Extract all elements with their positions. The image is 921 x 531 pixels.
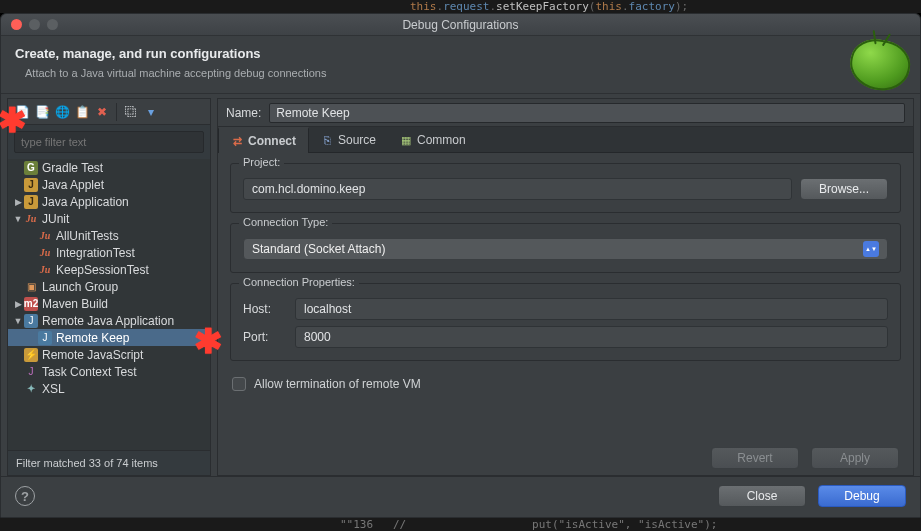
dialog-footer: ? Close Debug [1,476,920,517]
tree-integrationtest[interactable]: Ju IntegrationTest [8,244,210,261]
host-label: Host: [243,302,287,316]
connprops-group-label: Connection Properties: [239,276,359,288]
project-group-label: Project: [239,156,284,168]
dialog-header: Create, manage, and run configurations A… [1,36,920,94]
source-icon: ⎘ [321,134,333,146]
allow-termination-row[interactable]: Allow termination of remote VM [230,371,901,397]
debug-config-window: Debug Configurations Create, manage, and… [0,13,921,518]
config-tree[interactable]: G Gradle Test J Java Applet ▶J Java Appl… [8,159,210,450]
host-input[interactable] [295,298,888,320]
project-input[interactable] [243,178,792,200]
close-button[interactable]: Close [718,485,806,507]
titlebar: Debug Configurations [1,14,920,36]
window-zoom-button[interactable] [47,19,58,30]
select-stepper-icon: ▲▼ [863,241,879,257]
window-minimize-button[interactable] [29,19,40,30]
tab-connect[interactable]: ⇄ Connect [218,127,309,153]
filter-status: Filter matched 33 of 74 items [8,450,210,475]
filter-input[interactable] [14,131,204,153]
name-label: Name: [226,106,261,120]
config-toolbar: 📄 📑 🌐 📋 ✖ ⿻ ▾ [8,99,210,125]
project-group: Project: Browse... [230,163,901,213]
connection-type-group: Connection Type: Standard (Socket Attach… [230,223,901,273]
tree-remote-keep[interactable]: J Remote Keep [8,329,210,346]
connect-icon: ⇄ [231,135,243,147]
name-input[interactable] [269,103,905,123]
new-prototype-button[interactable]: 📑 [32,102,52,122]
editor-peek-bottom: ""136 // put("isActive", "isActive"); [0,518,921,531]
left-panel: 📄 📑 🌐 📋 ✖ ⿻ ▾ G Gradle Test J Java Apple… [7,98,211,476]
debug-bug-icon [845,34,914,95]
tree-launch-group[interactable]: ▣ Launch Group [8,278,210,295]
tree-java-application[interactable]: ▶J Java Application [8,193,210,210]
common-icon: ▦ [400,134,412,146]
export-button[interactable]: 🌐 [52,102,72,122]
tree-maven-build[interactable]: ▶m2 Maven Build [8,295,210,312]
allow-termination-checkbox[interactable] [232,377,246,391]
dialog-subtitle: Attach to a Java virtual machine accepti… [15,67,906,79]
tree-allunittests[interactable]: Ju AllUnitTests [8,227,210,244]
window-close-button[interactable] [11,19,22,30]
allow-termination-label: Allow termination of remote VM [254,377,421,391]
help-button[interactable]: ? [15,486,35,506]
config-tabs: ⇄ Connect ⎘ Source ▦ Common [218,127,913,153]
right-panel: Name: ⇄ Connect ⎘ Source ▦ Common [217,98,914,476]
toolbar-separator [116,103,117,121]
revert-button[interactable]: Revert [711,447,799,469]
collapse-all-button[interactable]: ⿻ [121,102,141,122]
debug-button[interactable]: Debug [818,485,906,507]
tree-remote-js[interactable]: ⚡ Remote JavaScript [8,346,210,363]
tree-java-applet[interactable]: J Java Applet [8,176,210,193]
connection-type-select[interactable]: Standard (Socket Attach) ▲▼ [243,238,888,260]
tree-task-context-test[interactable]: J Task Context Test [8,363,210,380]
port-input[interactable] [295,326,888,348]
tab-source[interactable]: ⎘ Source [309,127,388,152]
tab-common[interactable]: ▦ Common [388,127,478,152]
window-title: Debug Configurations [1,18,920,32]
port-label: Port: [243,330,287,344]
connection-props-group: Connection Properties: Host: Port: [230,283,901,361]
duplicate-button[interactable]: 📋 [72,102,92,122]
apply-button[interactable]: Apply [811,447,899,469]
editor-peek-top: this.request.setKeepFactory(this.factory… [0,0,921,13]
tree-xsl[interactable]: ✦ XSL [8,380,210,397]
filter-button[interactable]: ▾ [141,102,161,122]
dialog-title: Create, manage, and run configurations [15,46,906,61]
new-config-button[interactable]: 📄 [12,102,32,122]
delete-button[interactable]: ✖ [92,102,112,122]
tree-remote-java-app[interactable]: ▼J Remote Java Application [8,312,210,329]
tree-gradle-test[interactable]: G Gradle Test [8,159,210,176]
tree-junit[interactable]: ▼Ju JUnit [8,210,210,227]
browse-project-button[interactable]: Browse... [800,178,888,200]
tree-keepsessiontest[interactable]: Ju KeepSessionTest [8,261,210,278]
conntype-group-label: Connection Type: [239,216,332,228]
